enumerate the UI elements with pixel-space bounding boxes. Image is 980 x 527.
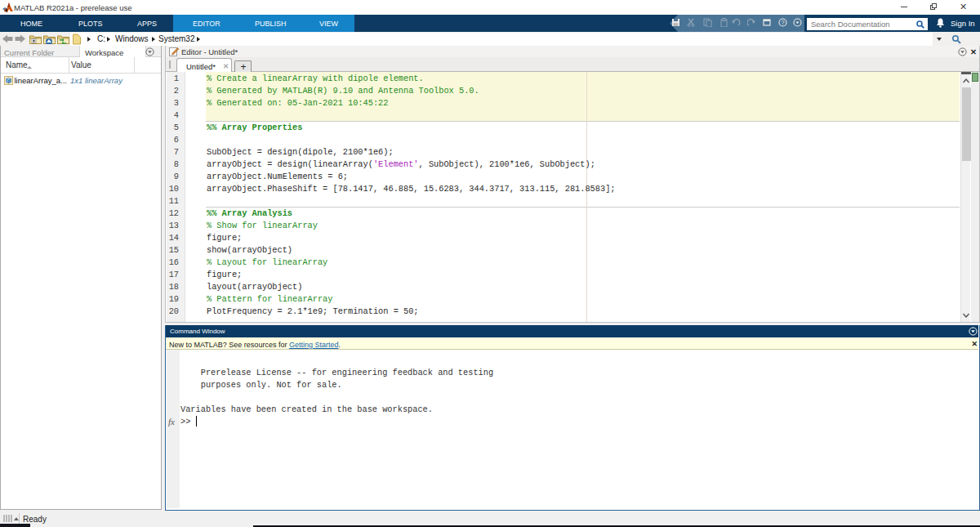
svg-text:?: ? [781, 19, 784, 26]
